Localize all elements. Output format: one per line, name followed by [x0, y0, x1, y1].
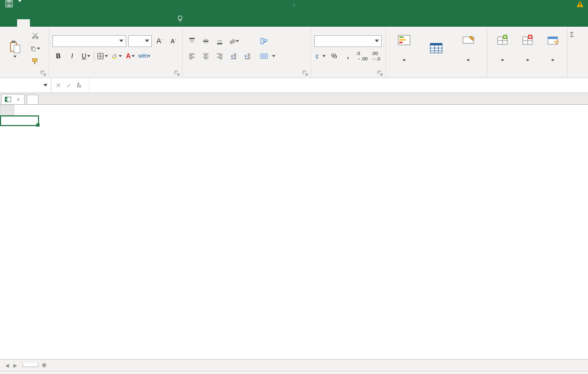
name-box[interactable]	[0, 78, 51, 92]
decrease-indent-button[interactable]	[228, 50, 239, 62]
lightbulb-icon	[176, 15, 184, 22]
accounting-format-button[interactable]: ₵	[314, 50, 326, 62]
format-as-table-button[interactable]	[421, 41, 451, 56]
group-label-font	[52, 68, 179, 76]
group-alignment: ab	[183, 27, 311, 77]
sheet-nav-next[interactable]: ►	[12, 362, 18, 369]
insert-cells-button[interactable]	[491, 34, 514, 63]
paste-button[interactable]	[3, 40, 27, 58]
formula-input[interactable]	[89, 78, 588, 92]
font-launcher[interactable]	[174, 70, 180, 76]
tab-page-layout[interactable]	[45, 19, 58, 27]
increase-decimal-button[interactable]: .0→.00	[356, 50, 368, 62]
underline-button[interactable]: U	[80, 50, 92, 62]
tab-view[interactable]	[100, 19, 113, 27]
tab-file[interactable]	[3, 19, 16, 27]
align-left-button[interactable]	[186, 50, 198, 62]
svg-marker-60	[264, 55, 266, 57]
align-top-button[interactable]	[186, 35, 198, 47]
format-painter-button[interactable]	[30, 56, 41, 67]
tab-insert[interactable]	[31, 19, 44, 27]
tab-home[interactable]	[17, 19, 30, 27]
align-center-button[interactable]	[200, 50, 212, 62]
group-label-number	[314, 68, 382, 76]
grow-font-button[interactable]: Aˆ	[154, 35, 166, 47]
tab-data[interactable]	[73, 19, 86, 27]
workbook-tab[interactable]: X ×	[1, 94, 25, 104]
font-size-combo[interactable]	[128, 35, 152, 47]
decrease-decimal-button[interactable]: .00→.0	[370, 50, 382, 62]
border-button[interactable]	[97, 50, 109, 62]
workbook-tab-close[interactable]: ×	[17, 96, 20, 103]
tell-me-search[interactable]	[170, 11, 194, 27]
tab-office-tab[interactable]	[128, 19, 141, 27]
enter-formula-button[interactable]: ✓	[66, 82, 72, 89]
svg-text:ab: ab	[229, 37, 236, 45]
bold-button[interactable]: B	[52, 50, 64, 62]
conditional-format-button[interactable]	[389, 34, 419, 63]
sheet-tab[interactable]	[22, 363, 38, 367]
alignment-launcher[interactable]	[302, 70, 308, 76]
format-cells-button[interactable]	[541, 34, 564, 63]
tab-help[interactable]	[142, 19, 155, 27]
group-label-clipboard	[3, 68, 45, 76]
select-all-corner[interactable]	[1, 105, 14, 115]
svg-rect-19	[34, 61, 35, 64]
merge-center-button[interactable]	[258, 50, 278, 62]
cut-button[interactable]	[30, 30, 41, 41]
group-label-alignment	[186, 68, 307, 76]
number-launcher[interactable]	[377, 70, 383, 76]
warning-icon	[576, 0, 588, 9]
svg-text:₵: ₵	[315, 53, 319, 59]
group-cells	[488, 27, 568, 77]
ribbon-home: Aˆ Aˇ B I U A wén▾	[0, 27, 588, 78]
workbook-tabs-strip: X ×	[0, 93, 588, 105]
tab-developer[interactable]	[114, 19, 127, 27]
copy-button[interactable]	[30, 43, 41, 54]
wrap-text-button[interactable]	[258, 35, 273, 47]
tab-foxit[interactable]	[156, 19, 169, 27]
tab-formulas[interactable]	[59, 19, 72, 27]
group-clipboard	[0, 27, 49, 77]
fx-icon[interactable]: fx	[77, 82, 81, 89]
spreadsheet-grid[interactable]	[0, 105, 14, 115]
number-format-combo[interactable]	[314, 35, 382, 47]
font-color-button[interactable]: A	[125, 50, 136, 62]
sheet-nav-prev[interactable]: ◄	[4, 362, 10, 369]
phonetic-button[interactable]: wén▾	[138, 50, 150, 62]
title-bar: -	[0, 0, 588, 9]
ribbon-overflow[interactable]: Σ	[568, 27, 576, 77]
save-icon[interactable]	[5, 0, 13, 9]
qat-more-icon[interactable]	[18, 0, 21, 2]
cell-styles-button[interactable]	[453, 34, 483, 63]
shrink-font-button[interactable]: Aˇ	[167, 35, 179, 47]
group-label-styles	[389, 68, 484, 76]
group-number: ₵ % , .0→.00 .00→.0	[311, 27, 386, 77]
tab-review[interactable]	[87, 19, 99, 27]
delete-cells-button[interactable]	[516, 34, 539, 63]
new-sheet-button[interactable]: ⊕	[38, 362, 50, 369]
svg-rect-7	[179, 20, 181, 21]
formula-bar: ✕ ✓ fx	[0, 78, 588, 93]
svg-rect-11	[12, 41, 16, 43]
orientation-button[interactable]: ab	[228, 35, 239, 47]
italic-button[interactable]: I	[66, 50, 78, 62]
percent-button[interactable]: %	[328, 50, 340, 62]
svg-rect-17	[33, 48, 35, 51]
clipboard-launcher[interactable]	[40, 70, 47, 76]
fill-color-button[interactable]	[111, 50, 122, 62]
align-bottom-button[interactable]	[214, 35, 226, 47]
svg-rect-86	[548, 37, 558, 39]
font-family-combo[interactable]	[52, 35, 126, 47]
new-workbook-tab[interactable]	[27, 95, 38, 104]
increase-indent-button[interactable]	[242, 50, 253, 62]
comma-style-button[interactable]: ,	[342, 50, 354, 62]
svg-rect-2	[7, 4, 11, 6]
svg-rect-10	[14, 45, 20, 53]
grid-area[interactable]	[0, 105, 588, 359]
svg-rect-63	[399, 36, 404, 38]
align-right-button[interactable]	[214, 50, 226, 62]
align-middle-button[interactable]	[200, 35, 212, 47]
cancel-formula-button[interactable]: ✕	[56, 82, 61, 89]
svg-rect-23	[112, 58, 117, 59]
